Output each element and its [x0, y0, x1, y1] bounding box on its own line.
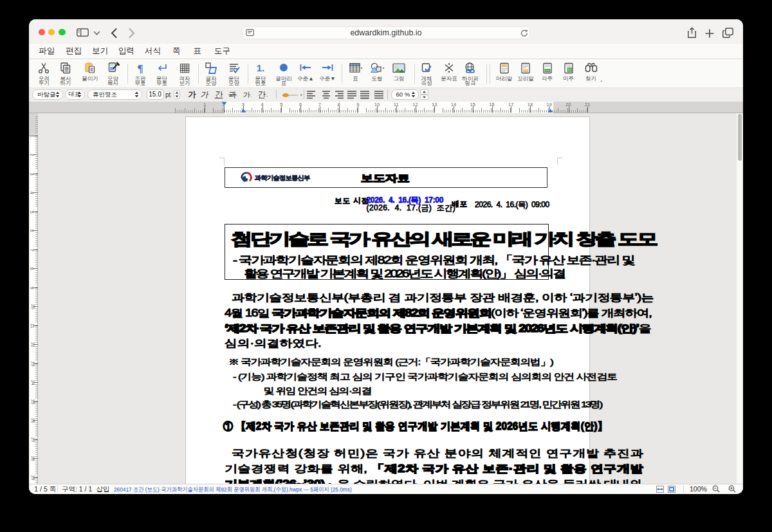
svg-text:10: 10	[567, 68, 571, 71]
svg-text:1.: 1.	[257, 62, 265, 73]
